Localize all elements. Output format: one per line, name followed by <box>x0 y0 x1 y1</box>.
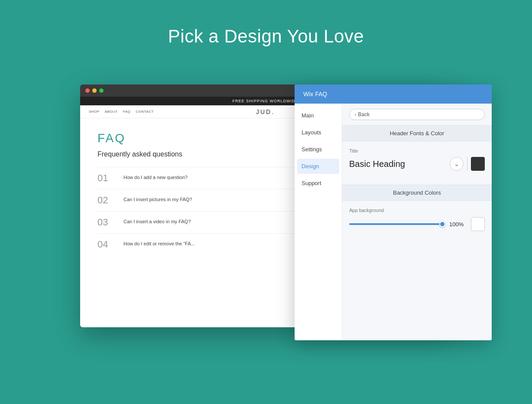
nav-faq[interactable]: FAQ <box>123 110 131 114</box>
maximize-dot[interactable] <box>99 88 104 93</box>
app-bg-label: App background <box>349 208 485 213</box>
slider-fill <box>349 223 440 225</box>
back-button[interactable]: ‹ Back <box>349 109 485 120</box>
faq-number-2: 02 <box>97 195 115 206</box>
site-logo: JUD. <box>256 108 275 115</box>
back-chevron-icon: ‹ <box>355 112 356 117</box>
header-fonts-section-label: Header Fonts & Color <box>342 125 492 141</box>
divider <box>467 157 467 171</box>
nav-shop[interactable]: SHOP <box>89 110 100 114</box>
faq-number-4: 04 <box>97 239 115 250</box>
faq-number-1: 01 <box>97 173 115 184</box>
font-dropdown-button[interactable]: ⌄ <box>450 157 464 171</box>
bg-color-swatch[interactable] <box>471 217 485 231</box>
nav-links: SHOP ABOUT FAQ CONTACT <box>89 110 154 114</box>
panel-body: Main Layouts Settings Design Support ‹ B… <box>295 104 492 340</box>
slider-value: 100% <box>449 221 467 228</box>
faq-question-3: Can I insert a video in my FAQ? <box>123 217 191 224</box>
page-title: Pick a Design You Love <box>0 0 532 47</box>
nav-support[interactable]: Support <box>295 175 342 192</box>
minimize-dot[interactable] <box>92 88 97 93</box>
header-fonts-content: Title Basic Heading ⌄ <box>342 141 492 185</box>
settings-panel: Wix FAQ Main Layouts Settings Design Sup… <box>295 85 492 340</box>
font-name: Basic Heading <box>349 159 446 169</box>
font-color-swatch[interactable] <box>471 157 485 171</box>
nav-about[interactable]: ABOUT <box>105 110 118 114</box>
faq-question-2: Can I insert pictures in my FAQ? <box>123 195 192 202</box>
panel-header: Wix FAQ <box>295 85 492 104</box>
nav-main[interactable]: Main <box>295 107 342 124</box>
faq-question-4: How do I edit or remove the "FA... <box>123 239 195 246</box>
bg-section-content: App background 100% <box>342 201 492 238</box>
font-selector: Basic Heading ⌄ <box>349 157 485 171</box>
panel-main-content: ‹ Back Header Fonts & Color Title Basic … <box>342 104 492 340</box>
faq-number-3: 03 <box>97 217 115 228</box>
slider-thumb[interactable] <box>439 221 445 227</box>
back-label: Back <box>358 111 370 117</box>
bg-colors-section-label: Background Colors <box>342 185 492 201</box>
title-label: Title <box>349 148 485 153</box>
chevron-down-icon: ⌄ <box>454 160 459 167</box>
opacity-slider-track[interactable] <box>349 223 445 225</box>
opacity-slider-row: 100% <box>349 217 485 231</box>
panel-sidebar: Main Layouts Settings Design Support <box>295 104 342 340</box>
nav-settings[interactable]: Settings <box>295 141 342 158</box>
close-dot[interactable] <box>85 88 90 93</box>
nav-design[interactable]: Design <box>297 159 339 174</box>
nav-layouts[interactable]: Layouts <box>295 124 342 141</box>
faq-question-1: How do I add a new question? <box>123 173 188 180</box>
nav-contact[interactable]: CONTACT <box>136 110 154 114</box>
